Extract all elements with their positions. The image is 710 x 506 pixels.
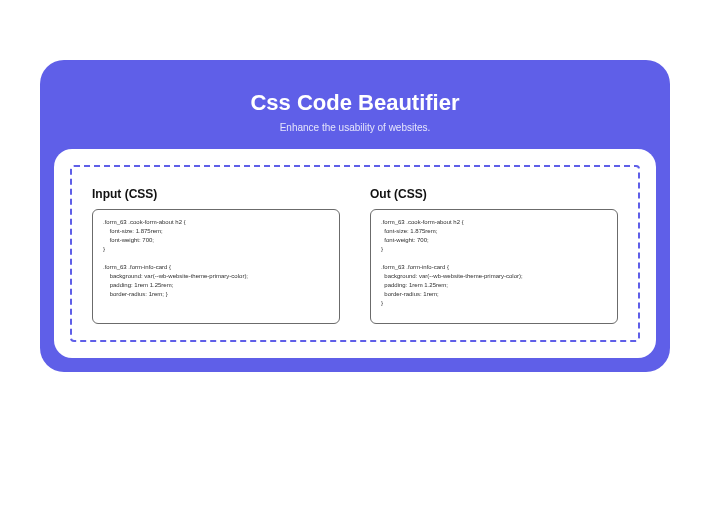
output-code-textarea[interactable]: .form_63 .cook-form-about h2 { font-size… xyxy=(370,209,618,324)
input-code-textarea[interactable]: .form_63 .cook-form-about h2 { font-size… xyxy=(92,209,340,324)
input-pane: Input (CSS) .form_63 .cook-form-about h2… xyxy=(92,187,340,324)
content-card: Input (CSS) .form_63 .cook-form-about h2… xyxy=(54,149,656,358)
header: Css Code Beautifier Enhance the usabilit… xyxy=(54,90,656,133)
input-label: Input (CSS) xyxy=(92,187,340,201)
output-label: Out (CSS) xyxy=(370,187,618,201)
page-title: Css Code Beautifier xyxy=(54,90,656,116)
app-card: Css Code Beautifier Enhance the usabilit… xyxy=(40,60,670,372)
panes-container: Input (CSS) .form_63 .cook-form-about h2… xyxy=(70,165,640,342)
output-pane: Out (CSS) .form_63 .cook-form-about h2 {… xyxy=(370,187,618,324)
page-subtitle: Enhance the usability of websites. xyxy=(54,122,656,133)
